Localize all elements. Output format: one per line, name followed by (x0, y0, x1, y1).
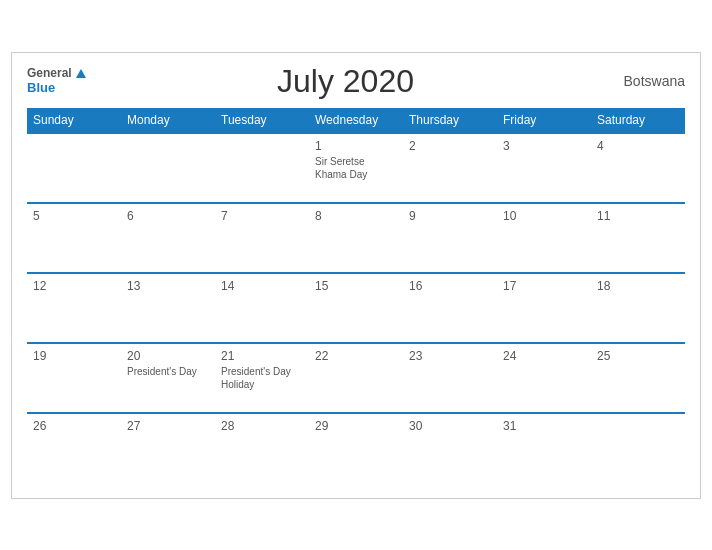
logo-top: General (27, 66, 86, 80)
day-number: 4 (597, 139, 679, 153)
day-number: 25 (597, 349, 679, 363)
day-number: 10 (503, 209, 585, 223)
calendar-day-cell: 1Sir Seretse Khama Day (309, 133, 403, 203)
calendar-day-cell: 14 (215, 273, 309, 343)
calendar-day-cell (121, 133, 215, 203)
day-number: 29 (315, 419, 397, 433)
day-number: 30 (409, 419, 491, 433)
calendar-day-cell: 13 (121, 273, 215, 343)
day-number: 26 (33, 419, 115, 433)
calendar-day-cell: 9 (403, 203, 497, 273)
day-number: 11 (597, 209, 679, 223)
calendar-day-cell: 24 (497, 343, 591, 413)
calendar-body: 1Sir Seretse Khama Day234567891011121314… (27, 133, 685, 483)
calendar-day-cell: 18 (591, 273, 685, 343)
header-monday: Monday (121, 108, 215, 133)
country-label: Botswana (605, 73, 685, 89)
day-number: 23 (409, 349, 491, 363)
header-thursday: Thursday (403, 108, 497, 133)
day-number: 20 (127, 349, 209, 363)
calendar-thead: Sunday Monday Tuesday Wednesday Thursday… (27, 108, 685, 133)
day-number: 7 (221, 209, 303, 223)
calendar-day-cell: 3 (497, 133, 591, 203)
calendar-day-cell: 29 (309, 413, 403, 483)
calendar-day-cell: 19 (27, 343, 121, 413)
day-number: 18 (597, 279, 679, 293)
day-number: 13 (127, 279, 209, 293)
day-number: 2 (409, 139, 491, 153)
day-number: 24 (503, 349, 585, 363)
day-number: 16 (409, 279, 491, 293)
day-number: 19 (33, 349, 115, 363)
day-number: 9 (409, 209, 491, 223)
calendar-day-cell: 5 (27, 203, 121, 273)
calendar-day-cell: 11 (591, 203, 685, 273)
calendar-week-row: 1920President's Day21President's Day Hol… (27, 343, 685, 413)
header-wednesday: Wednesday (309, 108, 403, 133)
holiday-name: Sir Seretse Khama Day (315, 155, 397, 181)
day-number: 5 (33, 209, 115, 223)
calendar-day-cell: 17 (497, 273, 591, 343)
calendar-header: General Blue July 2020 Botswana (27, 63, 685, 100)
calendar-day-cell: 20President's Day (121, 343, 215, 413)
calendar-day-cell: 30 (403, 413, 497, 483)
calendar-day-cell: 4 (591, 133, 685, 203)
header-friday: Friday (497, 108, 591, 133)
day-number: 12 (33, 279, 115, 293)
calendar-day-cell: 21President's Day Holiday (215, 343, 309, 413)
calendar-day-cell: 15 (309, 273, 403, 343)
day-number: 1 (315, 139, 397, 153)
holiday-name: President's Day Holiday (221, 365, 303, 391)
day-number: 15 (315, 279, 397, 293)
logo: General Blue (27, 66, 86, 96)
logo-blue: Blue (27, 80, 86, 96)
calendar-table: Sunday Monday Tuesday Wednesday Thursday… (27, 108, 685, 483)
day-number: 3 (503, 139, 585, 153)
calendar-day-cell: 7 (215, 203, 309, 273)
holiday-name: President's Day (127, 365, 209, 378)
calendar-day-cell: 28 (215, 413, 309, 483)
header-saturday: Saturday (591, 108, 685, 133)
calendar-container: General Blue July 2020 Botswana Sunday M… (11, 52, 701, 499)
header-sunday: Sunday (27, 108, 121, 133)
day-number: 22 (315, 349, 397, 363)
calendar-day-cell: 8 (309, 203, 403, 273)
weekday-header-row: Sunday Monday Tuesday Wednesday Thursday… (27, 108, 685, 133)
calendar-day-cell: 10 (497, 203, 591, 273)
calendar-week-row: 12131415161718 (27, 273, 685, 343)
calendar-day-cell: 22 (309, 343, 403, 413)
day-number: 31 (503, 419, 585, 433)
calendar-day-cell (591, 413, 685, 483)
calendar-day-cell (215, 133, 309, 203)
day-number: 14 (221, 279, 303, 293)
calendar-day-cell: 16 (403, 273, 497, 343)
header-tuesday: Tuesday (215, 108, 309, 133)
calendar-day-cell: 2 (403, 133, 497, 203)
calendar-day-cell: 31 (497, 413, 591, 483)
day-number: 8 (315, 209, 397, 223)
calendar-week-row: 262728293031 (27, 413, 685, 483)
calendar-week-row: 567891011 (27, 203, 685, 273)
calendar-day-cell: 23 (403, 343, 497, 413)
day-number: 28 (221, 419, 303, 433)
logo-triangle-icon (76, 69, 86, 78)
calendar-day-cell (27, 133, 121, 203)
day-number: 27 (127, 419, 209, 433)
calendar-title: July 2020 (86, 63, 605, 100)
calendar-day-cell: 6 (121, 203, 215, 273)
calendar-day-cell: 12 (27, 273, 121, 343)
day-number: 17 (503, 279, 585, 293)
day-number: 6 (127, 209, 209, 223)
calendar-day-cell: 25 (591, 343, 685, 413)
calendar-day-cell: 27 (121, 413, 215, 483)
day-number: 21 (221, 349, 303, 363)
calendar-day-cell: 26 (27, 413, 121, 483)
calendar-week-row: 1Sir Seretse Khama Day234 (27, 133, 685, 203)
